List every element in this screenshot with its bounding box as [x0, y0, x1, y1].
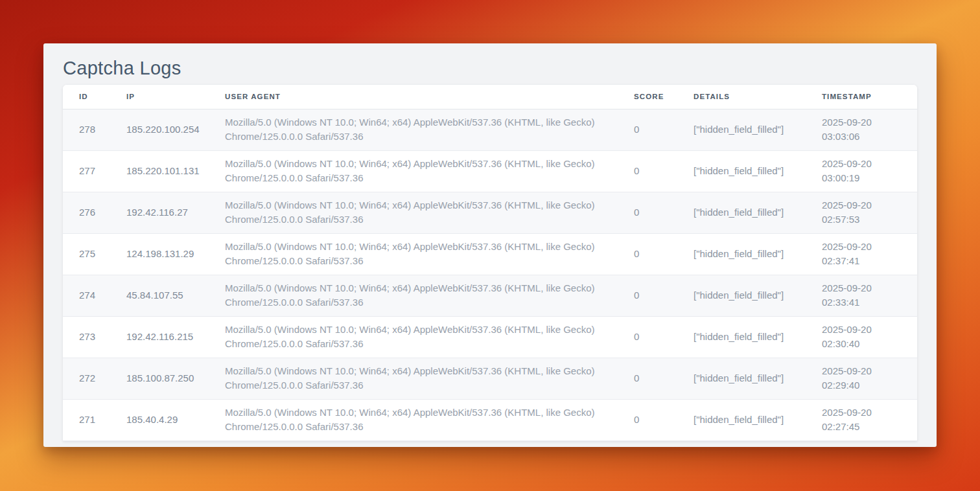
cell-score: 0: [634, 399, 694, 440]
table-row: 271 185.40.4.29 Mozilla/5.0 (Windows NT …: [63, 399, 917, 440]
cell-id: 275: [63, 233, 126, 275]
captcha-logs-card: Captcha Logs ID IP USER AGENT SCORE DETA…: [43, 43, 937, 447]
logs-table-container: ID IP USER AGENT SCORE DETAILS TIMESTAMP…: [63, 85, 917, 441]
cell-id: 274: [63, 275, 126, 316]
cell-ip: 192.42.116.27: [126, 192, 225, 233]
cell-ip: 185.220.101.131: [126, 150, 225, 192]
cell-timestamp: 2025-09-20 02:33:41: [822, 275, 917, 316]
column-header-user-agent: USER AGENT: [225, 85, 634, 109]
cell-details: ["hidden_field_filled"]: [694, 109, 822, 150]
cell-user-agent: Mozilla/5.0 (Windows NT 10.0; Win64; x64…: [225, 192, 634, 233]
table-row: 278 185.220.100.254 Mozilla/5.0 (Windows…: [63, 109, 917, 150]
cell-score: 0: [634, 316, 694, 358]
column-header-ip: IP: [126, 85, 225, 109]
cell-user-agent: Mozilla/5.0 (Windows NT 10.0; Win64; x64…: [225, 233, 634, 275]
cell-ip: 124.198.131.29: [126, 233, 225, 275]
cell-details: ["hidden_field_filled"]: [694, 358, 822, 399]
cell-user-agent: Mozilla/5.0 (Windows NT 10.0; Win64; x64…: [225, 399, 634, 440]
captcha-logs-table: ID IP USER AGENT SCORE DETAILS TIMESTAMP…: [63, 85, 917, 441]
cell-ip: 185.100.87.250: [126, 358, 225, 399]
cell-score: 0: [634, 192, 694, 233]
cell-id: 271: [63, 399, 126, 440]
cell-user-agent: Mozilla/5.0 (Windows NT 10.0; Win64; x64…: [225, 150, 634, 192]
cell-id: 278: [63, 109, 126, 150]
column-header-timestamp: TIMESTAMP: [822, 85, 917, 109]
cell-score: 0: [634, 150, 694, 192]
cell-id: 272: [63, 358, 126, 399]
column-header-score: SCORE: [634, 85, 694, 109]
cell-timestamp: 2025-09-20 02:37:41: [822, 233, 917, 275]
cell-details: ["hidden_field_filled"]: [694, 192, 822, 233]
cell-details: ["hidden_field_filled"]: [694, 275, 822, 316]
cell-score: 0: [634, 233, 694, 275]
page-background: { "page": { "title": "Captcha Logs" }, "…: [0, 0, 980, 491]
column-header-id: ID: [63, 85, 126, 109]
cell-timestamp: 2025-09-20 02:30:40: [822, 316, 917, 358]
cell-ip: 192.42.116.215: [126, 316, 225, 358]
table-row: 275 124.198.131.29 Mozilla/5.0 (Windows …: [63, 233, 917, 275]
cell-user-agent: Mozilla/5.0 (Windows NT 10.0; Win64; x64…: [225, 109, 634, 150]
cell-id: 277: [63, 150, 126, 192]
cell-user-agent: Mozilla/5.0 (Windows NT 10.0; Win64; x64…: [225, 358, 634, 399]
cell-timestamp: 2025-09-20 02:57:53: [822, 192, 917, 233]
cell-timestamp: 2025-09-20 03:03:06: [822, 109, 917, 150]
cell-id: 273: [63, 316, 126, 358]
cell-ip: 185.40.4.29: [126, 399, 225, 440]
table-body: 278 185.220.100.254 Mozilla/5.0 (Windows…: [63, 109, 917, 440]
table-row: 276 192.42.116.27 Mozilla/5.0 (Windows N…: [63, 192, 917, 233]
cell-id: 276: [63, 192, 126, 233]
cell-details: ["hidden_field_filled"]: [694, 150, 822, 192]
table-header-row: ID IP USER AGENT SCORE DETAILS TIMESTAMP: [63, 85, 917, 109]
cell-user-agent: Mozilla/5.0 (Windows NT 10.0; Win64; x64…: [225, 275, 634, 316]
cell-details: ["hidden_field_filled"]: [694, 316, 822, 358]
cell-score: 0: [634, 275, 694, 316]
page-title: Captcha Logs: [43, 43, 937, 79]
cell-details: ["hidden_field_filled"]: [694, 233, 822, 275]
column-header-details: DETAILS: [694, 85, 822, 109]
cell-details: ["hidden_field_filled"]: [694, 399, 822, 440]
table-row: 273 192.42.116.215 Mozilla/5.0 (Windows …: [63, 316, 917, 358]
cell-user-agent: Mozilla/5.0 (Windows NT 10.0; Win64; x64…: [225, 316, 634, 358]
table-row: 277 185.220.101.131 Mozilla/5.0 (Windows…: [63, 150, 917, 192]
cell-ip: 185.220.100.254: [126, 109, 225, 150]
table-row: 274 45.84.107.55 Mozilla/5.0 (Windows NT…: [63, 275, 917, 316]
cell-timestamp: 2025-09-20 03:00:19: [822, 150, 917, 192]
table-row: 272 185.100.87.250 Mozilla/5.0 (Windows …: [63, 358, 917, 399]
cell-timestamp: 2025-09-20 02:27:45: [822, 399, 917, 440]
cell-score: 0: [634, 358, 694, 399]
cell-timestamp: 2025-09-20 02:29:40: [822, 358, 917, 399]
cell-ip: 45.84.107.55: [126, 275, 225, 316]
cell-score: 0: [634, 109, 694, 150]
